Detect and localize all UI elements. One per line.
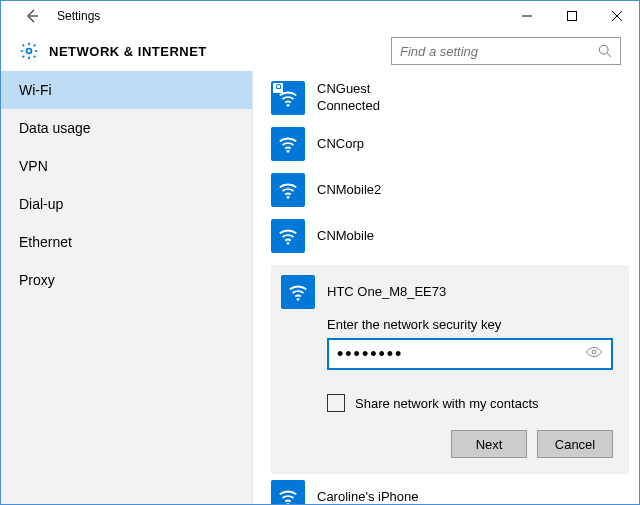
network-label: HTC One_M8_EE73 bbox=[327, 284, 446, 301]
sidebar-item-data-usage[interactable]: Data usage bbox=[1, 109, 252, 147]
network-label: Caroline's iPhone bbox=[317, 489, 419, 504]
window-controls bbox=[504, 1, 639, 31]
network-label: CNGuestConnected bbox=[317, 81, 380, 115]
password-prompt: Enter the network security key bbox=[327, 317, 613, 332]
wifi-icon bbox=[281, 275, 315, 309]
gear-icon bbox=[19, 41, 39, 61]
share-row: Share network with my contacts bbox=[327, 394, 613, 412]
svg-rect-1 bbox=[567, 12, 576, 21]
wifi-icon bbox=[271, 127, 305, 161]
maximize-button[interactable] bbox=[549, 1, 594, 31]
sidebar-item-dialup[interactable]: Dial-up bbox=[1, 185, 252, 223]
network-label: CNMobile bbox=[317, 228, 374, 245]
cancel-button[interactable]: Cancel bbox=[537, 430, 613, 458]
password-field-wrap bbox=[327, 338, 613, 370]
window-title: Settings bbox=[57, 9, 100, 23]
svg-line-6 bbox=[607, 53, 611, 57]
network-item[interactable]: Caroline's iPhone bbox=[271, 474, 639, 504]
sidebar-item-vpn[interactable]: VPN bbox=[1, 147, 252, 185]
wifi-icon bbox=[271, 219, 305, 253]
header: NETWORK & INTERNET bbox=[1, 31, 639, 71]
svg-point-13 bbox=[287, 503, 290, 504]
network-item[interactable]: CNGuestConnected bbox=[271, 75, 639, 121]
svg-point-12 bbox=[592, 350, 596, 354]
next-button[interactable]: Next bbox=[451, 430, 527, 458]
svg-point-11 bbox=[297, 298, 300, 301]
svg-point-10 bbox=[287, 242, 290, 245]
main-panel: CNGuestConnected CNCorp CNMobile2 CNMobi… bbox=[253, 71, 639, 504]
reveal-password-icon[interactable] bbox=[585, 343, 603, 365]
page-title: NETWORK & INTERNET bbox=[49, 44, 207, 59]
share-label: Share network with my contacts bbox=[355, 396, 539, 411]
sidebar: Wi-Fi Data usage VPN Dial-up Ethernet Pr… bbox=[1, 71, 253, 504]
sidebar-item-proxy[interactable]: Proxy bbox=[1, 261, 252, 299]
svg-point-8 bbox=[287, 150, 290, 153]
sidebar-item-wifi[interactable]: Wi-Fi bbox=[1, 71, 252, 109]
share-checkbox[interactable] bbox=[327, 394, 345, 412]
network-item[interactable]: CNMobile2 bbox=[271, 167, 639, 213]
sidebar-item-ethernet[interactable]: Ethernet bbox=[1, 223, 252, 261]
svg-point-5 bbox=[599, 45, 608, 54]
titlebar: Settings bbox=[1, 1, 639, 31]
search-icon bbox=[598, 44, 612, 58]
network-item-selected[interactable]: HTC One_M8_EE73 bbox=[281, 275, 613, 309]
network-item[interactable]: CNCorp bbox=[271, 121, 639, 167]
wifi-icon bbox=[271, 173, 305, 207]
network-label: CNCorp bbox=[317, 136, 364, 153]
network-connect-panel: HTC One_M8_EE73 Enter the network securi… bbox=[271, 265, 629, 474]
close-button[interactable] bbox=[594, 1, 639, 31]
network-item[interactable]: CNMobile bbox=[271, 213, 639, 259]
password-input[interactable] bbox=[337, 344, 585, 365]
back-button[interactable] bbox=[17, 1, 47, 31]
wifi-secured-icon bbox=[271, 81, 305, 115]
wifi-icon bbox=[271, 480, 305, 504]
svg-point-7 bbox=[287, 104, 290, 107]
svg-point-4 bbox=[27, 49, 32, 54]
network-label: CNMobile2 bbox=[317, 182, 381, 199]
search-input[interactable] bbox=[400, 44, 598, 59]
svg-point-9 bbox=[287, 196, 290, 199]
minimize-button[interactable] bbox=[504, 1, 549, 31]
search-box[interactable] bbox=[391, 37, 621, 65]
